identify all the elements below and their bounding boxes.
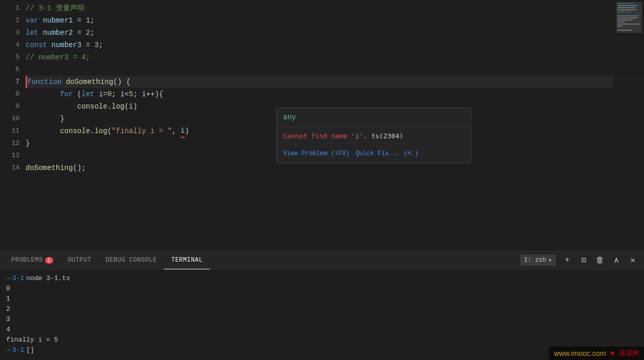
terminal-cmd: node 3-1.ts [26, 273, 70, 284]
maximize-panel-button[interactable]: ∧ [609, 253, 624, 267]
terminal-prompt-dir: 3-1 [12, 345, 24, 355]
token: log [112, 100, 124, 113]
token: = [103, 88, 107, 100]
token: 1 [86, 14, 90, 27]
line-num-6: 6 [0, 63, 19, 76]
code-line-2: var nubmer1 = 1 ; [26, 14, 644, 27]
token: } [26, 113, 65, 125]
tab-output[interactable]: OUTPUT [60, 251, 98, 269]
terminal-content[interactable]: → 3-1 node 3-1.ts 0 1 2 3 4 finally i = … [0, 269, 644, 360]
tab-problems[interactable]: PROBLEMS 1 [4, 251, 60, 269]
token: i [120, 88, 124, 100]
token: log [94, 125, 107, 137]
terminal-output-1: 1 [6, 294, 638, 304]
code-line-6 [26, 63, 644, 76]
token: // number3 = 4; [26, 51, 90, 63]
token: // 3-1 变量声明 [26, 2, 84, 14]
token: = [81, 39, 94, 51]
token: console [60, 125, 90, 137]
token: i [129, 100, 133, 113]
token [38, 27, 42, 39]
line-num-7: 7 [0, 76, 19, 88]
terminal-output-text: 4 [6, 325, 10, 335]
svg-rect-0 [617, 3, 633, 4]
token: 2 [86, 27, 90, 39]
svg-rect-10 [617, 24, 640, 25]
line-num-4: 4 [0, 39, 19, 51]
token [38, 14, 42, 27]
token: ; [112, 88, 120, 100]
token: ++){ [146, 88, 163, 100]
tab-terminal[interactable]: TERMINAL [164, 251, 210, 269]
close-icon: ✕ [630, 255, 635, 265]
code-line-1: // 3-1 变量声明 [26, 2, 644, 14]
split-icon: ⊡ [581, 255, 586, 265]
hover-popup-error-text: Cannot find name [283, 132, 351, 140]
line-num-5: 5 [0, 51, 19, 63]
line-num-14: 14 [0, 162, 19, 174]
line-num-2: 2 [0, 14, 19, 27]
chevron-down-icon: ▾ [548, 257, 552, 264]
tab-debug-label: DEBUG CONSOLE [105, 257, 157, 264]
token: 0 [108, 88, 112, 100]
code-content[interactable]: // 3-1 变量声明 var nubmer1 = 1 ; let number… [26, 0, 644, 251]
token: ; [90, 27, 94, 39]
terminal-output-text: 3 [6, 314, 10, 325]
delete-terminal-button[interactable]: 🗑 [593, 253, 607, 267]
token [26, 88, 60, 100]
svg-rect-11 [617, 26, 622, 27]
token: () { [113, 76, 131, 88]
panel-tabs: PROBLEMS 1 OUTPUT DEBUG CONSOLE TERMINAL… [0, 251, 644, 269]
line-num-10: 10 [0, 113, 19, 125]
bottom-panel: PROBLEMS 1 OUTPUT DEBUG CONSOLE TERMINAL… [0, 251, 644, 360]
terminal-arrow: → [6, 273, 10, 284]
view-problem-link[interactable]: View Problem (⌥F8) [283, 147, 350, 160]
hover-popup-actions[interactable]: View Problem (⌥F8) Quick Fix... (⌘.) [277, 145, 470, 163]
hover-popup-name: 'i' [351, 132, 363, 140]
type-label: any [283, 113, 296, 121]
tab-output-label: OUTPUT [68, 257, 91, 264]
line-num-3: 3 [0, 27, 19, 39]
close-panel-button[interactable]: ✕ [626, 253, 640, 267]
token: ( [108, 125, 112, 137]
token: number3 [51, 39, 81, 51]
code-line-8: for ( let i = 0 ; i < 5 ; i ++){ [26, 88, 644, 100]
token: } [26, 137, 30, 150]
split-terminal-button[interactable]: ⊡ [576, 253, 591, 267]
token: let [26, 27, 38, 39]
token: = [73, 27, 85, 39]
line-num-1: 1 [0, 2, 19, 14]
token-i-error: i [181, 124, 185, 138]
terminal-output-text: 1 [6, 294, 10, 304]
terminal-session-dropdown[interactable]: 1: zsh ▾ [520, 255, 556, 266]
terminal-line-1: → 3-1 node 3-1.ts [6, 273, 638, 284]
token: "finally i = " [112, 125, 172, 137]
token: ; [99, 39, 103, 51]
svg-rect-6 [617, 15, 639, 16]
tab-problems-label: PROBLEMS [11, 257, 43, 264]
token: ( [73, 88, 81, 100]
token: i [142, 88, 146, 100]
token: ; [133, 88, 142, 100]
token: i [99, 88, 103, 100]
terminal-session-label: 1: zsh [524, 257, 546, 264]
token: . [108, 100, 112, 113]
terminal-output-0: 0 [6, 284, 638, 294]
add-terminal-button[interactable]: + [560, 253, 574, 267]
terminal-prompt: → 3-1 [] [6, 345, 638, 355]
svg-rect-7 [617, 17, 637, 18]
tab-debug-console[interactable]: DEBUG CONSOLE [98, 251, 164, 269]
editor-area: 1 2 3 4 5 6 7 8 9 10 11 12 13 14 // 3-1 … [0, 0, 644, 251]
token: ; [90, 14, 94, 27]
code-line-5: // number3 = 4; [26, 51, 644, 63]
quick-fix-link[interactable]: Quick Fix... (⌘.) [356, 147, 418, 160]
token: doSomething [66, 76, 113, 88]
tab-terminal-label: TERMINAL [171, 257, 203, 264]
token: number2 [43, 27, 73, 39]
token: console [77, 100, 108, 113]
code-line-3: let number2 = 2 ; [26, 27, 644, 39]
token [94, 88, 98, 100]
token: = [73, 14, 85, 27]
token: var [26, 14, 38, 27]
terminal-output-4: 4 [6, 325, 638, 335]
